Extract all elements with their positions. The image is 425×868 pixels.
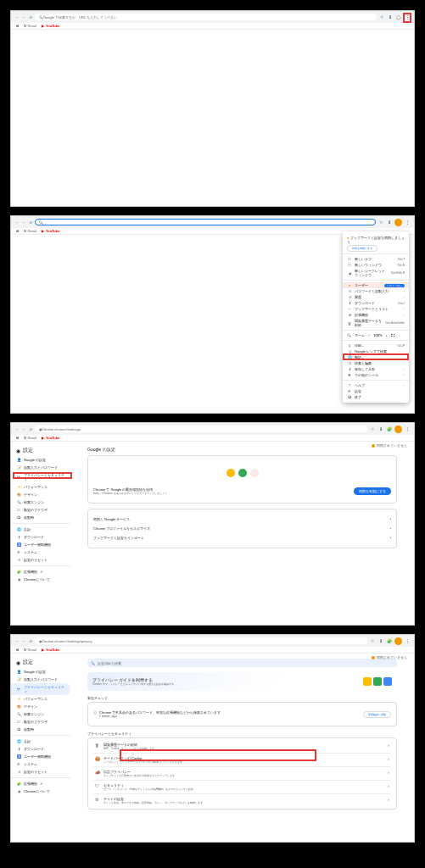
- back-button[interactable]: ←: [14, 14, 20, 19]
- profile-avatar[interactable]: [394, 637, 402, 645]
- row-ad-privacy[interactable]: 📣 広告プライバシーウェブサイトが広告表示に使用する情報をカスタマイズします ›: [93, 766, 391, 780]
- forward-button[interactable]: →: [21, 638, 26, 643]
- reload-button[interactable]: ⟳: [28, 638, 33, 643]
- sidebar-item-autofill[interactable]: 📝自動入力とパスワード: [11, 676, 70, 683]
- puzzle-icon[interactable]: 🧩: [386, 637, 393, 644]
- forward-button[interactable]: →: [21, 220, 26, 225]
- sidebar-item-appearance[interactable]: 🎨デザイン: [11, 491, 70, 498]
- menu-downloads[interactable]: ⬇ダウンロードCtrl+J: [343, 300, 409, 306]
- download-icon[interactable]: ⬇: [377, 426, 384, 432]
- apps-button[interactable]: ⊞: [16, 436, 19, 440]
- sidebar-item-privacy[interactable]: 🛡プライバシーとセキュリティ: [11, 683, 70, 695]
- apps-button[interactable]: ⊞: [16, 648, 19, 652]
- puzzle-icon[interactable]: 🧩: [386, 426, 393, 432]
- row-customize-profile[interactable]: Chrome プロファイルをカスタマイズ›: [93, 524, 391, 533]
- bookmark-gmail[interactable]: M Gmail: [24, 436, 36, 440]
- menu-button[interactable]: ⋮: [404, 637, 411, 644]
- menu-more-tools[interactable]: 🛠その他のツール›: [343, 372, 409, 378]
- enable-sync-button[interactable]: 同期を有効にする: [347, 245, 377, 252]
- bookmark-gmail[interactable]: M Gmail: [24, 24, 36, 28]
- menu-find[interactable]: ⊡検索と編集›: [343, 360, 409, 366]
- menu-incognito[interactable]: ◉新しいシークレット ウィンドウCtrl+Shift+N: [343, 268, 409, 278]
- sidebar-item-about[interactable]: ◉Chrome について: [11, 576, 70, 583]
- download-icon[interactable]: ⬇: [377, 637, 384, 644]
- sync-status[interactable]: 同期されていません: [372, 655, 407, 659]
- bookmark-youtube[interactable]: ▶ YouTube: [42, 24, 60, 28]
- menu-extensions[interactable]: ⊞拡張機能›: [343, 312, 409, 318]
- forward-button[interactable]: →: [21, 14, 26, 19]
- sidebar-item-extensions[interactable]: 🧩拡張機能 ↗: [11, 780, 70, 787]
- menu-profile[interactable]: ●ユーザーログインなし: [343, 282, 409, 288]
- menu-new-window[interactable]: ☐新しいウィンドウCtrl+N: [343, 262, 409, 268]
- sidebar-item-search[interactable]: 🔍検索エンジン: [11, 498, 70, 506]
- sidebar-item-default[interactable]: ☐既定のブラウザ: [11, 718, 70, 726]
- sidebar-item-downloads[interactable]: ⬇ダウンロード: [11, 533, 70, 541]
- profile-avatar[interactable]: [394, 219, 402, 226]
- sidebar-item-system[interactable]: ⚙システム: [11, 760, 70, 768]
- apps-button[interactable]: ⊞: [16, 229, 19, 233]
- privacy-guide-card[interactable]: プライバシー ガイドを利用する Chrome のプライバシーとセキュリティに関す…: [87, 672, 397, 691]
- sync-status[interactable]: 同期されていません: [372, 443, 407, 448]
- zoom-in[interactable]: +: [386, 333, 388, 337]
- menu-button[interactable]: ⋮: [404, 219, 411, 225]
- sidebar-item-downloads[interactable]: ⬇ダウンロード: [11, 745, 70, 753]
- sidebar-item-search[interactable]: 🔍検索エンジン: [11, 710, 70, 718]
- sidebar-item-a11y[interactable]: ♿ユーザー補助機能: [11, 753, 70, 760]
- download-icon[interactable]: ⬇: [387, 14, 394, 20]
- menu-print[interactable]: ⎙印刷...Ctrl+P: [343, 342, 409, 348]
- back-button[interactable]: ←: [14, 426, 20, 431]
- account-icon[interactable]: ◯: [395, 14, 402, 20]
- address-bar[interactable]: 🔍: [35, 219, 376, 225]
- menu-exit[interactable]: ⏻終了: [343, 394, 409, 400]
- sidebar-item-reset[interactable]: ↺設定のリセット: [11, 768, 70, 776]
- sidebar-item-google[interactable]: 👤Google の設定: [11, 668, 70, 676]
- row-sync-services[interactable]: 同期と Google サービス›: [93, 515, 391, 524]
- sidebar-item-about[interactable]: ◉Chrome について: [11, 787, 70, 795]
- sidebar-item-startup[interactable]: ⏻起動時: [11, 514, 70, 521]
- back-button[interactable]: ←: [14, 638, 20, 643]
- bookmark-youtube[interactable]: ▶ YouTube: [42, 648, 60, 652]
- reload-button[interactable]: ⟳: [28, 426, 33, 431]
- sidebar-item-system[interactable]: ⚙システム: [11, 548, 70, 556]
- menu-bookmarks[interactable]: ☆ブックマークとリスト›: [343, 306, 409, 312]
- forward-button[interactable]: →: [21, 426, 26, 431]
- sidebar-item-startup[interactable]: ⏻起動時: [11, 726, 70, 733]
- menu-help[interactable]: ?ヘルプ›: [343, 382, 409, 388]
- sidebar-item-autofill[interactable]: 📝自動入力とパスワード: [11, 464, 70, 471]
- reload-button[interactable]: ⟳: [28, 14, 33, 19]
- bookmark-youtube[interactable]: ▶ YouTube: [42, 436, 60, 440]
- menu-settings[interactable]: ⚙設定: [343, 388, 409, 394]
- download-icon[interactable]: ⬇: [386, 219, 393, 225]
- sidebar-item-performance[interactable]: ⚡パフォーマンス: [11, 483, 70, 491]
- settings-search[interactable]: 🔍 設定項目を検索: [87, 659, 397, 667]
- menu-clear-data[interactable]: 🗑閲覧履歴データを削除Ctrl+Shift+Delete: [343, 318, 409, 328]
- sidebar-item-languages[interactable]: 🌐言語: [11, 526, 70, 533]
- menu-button[interactable]: ⋮: [404, 426, 411, 432]
- sidebar-item-reset[interactable]: ↺設定のリセット: [11, 556, 70, 564]
- extensions-icon[interactable]: ☆: [369, 426, 376, 432]
- bookmark-youtube[interactable]: ▶ YouTube: [42, 229, 60, 233]
- profile-avatar[interactable]: [394, 426, 402, 433]
- bookmark-gmail[interactable]: M Gmail: [24, 648, 36, 652]
- row-import[interactable]: ブックマークと設定をインポート›: [93, 533, 391, 542]
- extensions-icon[interactable]: ☆: [369, 637, 376, 644]
- bookmark-gmail[interactable]: M Gmail: [24, 229, 36, 233]
- sidebar-item-extensions[interactable]: 🧩拡張機能 ↗: [11, 568, 70, 576]
- apps-button[interactable]: ⊞: [16, 24, 19, 28]
- address-bar[interactable]: ◉ Chrome chrome://settings/privacy: [35, 637, 367, 644]
- enable-sync-button[interactable]: 同期を有効にする: [354, 487, 391, 495]
- sidebar-item-google[interactable]: 👤Google の設定: [11, 456, 70, 464]
- row-site-settings[interactable]: ⚙ サイトの設定サイトが使用、表示できる情報（位置情報、カメラ、ポップアップなど…: [93, 793, 391, 807]
- address-bar[interactable]: ◉ Chrome chrome://settings: [35, 426, 367, 432]
- sidebar-item-performance[interactable]: ⚡パフォーマンス: [11, 695, 70, 703]
- menu-new-tab[interactable]: ☐新しいタブCtrl+T: [343, 256, 409, 262]
- sidebar-item-appearance[interactable]: 🎨デザイン: [11, 703, 70, 710]
- address-bar[interactable]: 🔍 Google で検索するか、URL を入力してください: [35, 14, 377, 20]
- zoom-out[interactable]: −: [368, 333, 370, 337]
- menu-passwords[interactable]: ⊙パスワードと自動入力›: [343, 288, 409, 294]
- extensions-icon[interactable]: ☆: [378, 14, 385, 20]
- extensions-icon[interactable]: ☆: [377, 219, 384, 225]
- sidebar-item-languages[interactable]: 🌐言語: [11, 737, 70, 745]
- menu-save-share[interactable]: ⬆保存して共有›: [343, 366, 409, 372]
- back-button[interactable]: ←: [14, 220, 20, 225]
